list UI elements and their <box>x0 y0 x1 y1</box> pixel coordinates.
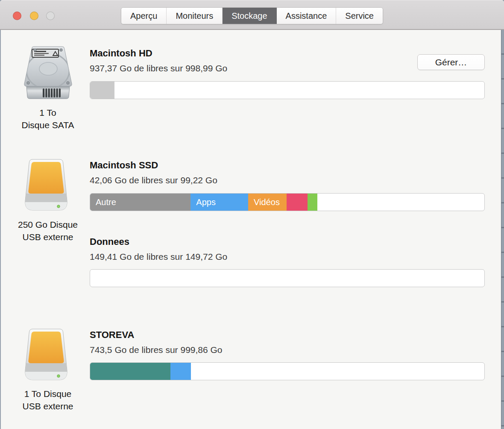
storage-usage-bar: AutreAppsVidéos <box>90 193 485 211</box>
caption-line: USB externe <box>5 231 91 243</box>
drive-free-space: 149,41 Go de libres sur 149,72 Go <box>90 252 227 262</box>
bar-segment <box>308 194 317 211</box>
tab-stockage[interactable]: Stockage <box>223 8 276 24</box>
drive-capacity-caption: 1 To Disque SATA <box>5 106 91 131</box>
caption-line: 1 To Disque <box>5 388 91 400</box>
drive-free-space: 937,37 Go de libres sur 998,99 Go <box>90 63 227 73</box>
about-this-mac-window: Aperçu Moniteurs Stockage Assistance Ser… <box>0 0 504 429</box>
bar-segment <box>170 363 191 380</box>
bar-segment-label: Autre <box>90 197 116 207</box>
drive-name: Macintosh SSD <box>90 160 158 171</box>
tab-bar: Aperçu Moniteurs Stockage Assistance Ser… <box>121 7 383 24</box>
tab-moniteurs[interactable]: Moniteurs <box>167 8 223 24</box>
manage-button[interactable]: Gérer… <box>417 54 485 70</box>
storage-usage-bar <box>90 362 485 380</box>
drive-free-space: 42,06 Go de libres sur 99,22 Go <box>90 175 217 185</box>
window-right-edge <box>501 30 504 429</box>
bar-segment <box>90 82 114 99</box>
window-left-edge <box>0 30 1 429</box>
drive-name: Macintosh HD <box>90 48 152 59</box>
zoom-button[interactable] <box>46 12 55 20</box>
tab-apercu[interactable]: Aperçu <box>121 8 167 24</box>
internal-hard-drive-icon <box>23 44 73 103</box>
drive-capacity-caption: 250 Go Disque USB externe <box>5 218 91 243</box>
drive-name: STOREVA <box>90 329 134 341</box>
bar-segment-label: Apps <box>190 197 216 207</box>
bar-segment-label: Vidéos <box>248 197 280 207</box>
drive-capacity-caption: 1 To Disque USB externe <box>5 388 91 412</box>
bar-segment-vidéos: Vidéos <box>248 194 287 211</box>
caption-line: 1 To <box>5 106 91 119</box>
drive-name: Donnees <box>90 236 129 247</box>
tab-service[interactable]: Service <box>336 8 383 24</box>
caption-line: USB externe <box>5 400 91 412</box>
external-usb-drive-icon <box>23 159 69 213</box>
close-button[interactable] <box>13 12 21 20</box>
bar-segment <box>90 363 170 380</box>
tab-assistance[interactable]: Assistance <box>277 8 337 24</box>
caption-line: 250 Go Disque <box>5 218 91 231</box>
external-usb-drive-icon <box>23 328 69 382</box>
minimize-button[interactable] <box>30 12 38 20</box>
storage-usage-bar <box>90 269 485 287</box>
bar-segment-apps: Apps <box>190 194 248 211</box>
titlebar: Aperçu Moniteurs Stockage Assistance Ser… <box>0 0 504 30</box>
bar-segment-autre: Autre <box>90 194 190 211</box>
storage-usage-bar <box>90 81 485 99</box>
drive-free-space: 743,5 Go de libres sur 999,86 Go <box>90 345 223 355</box>
caption-line: Disque SATA <box>5 119 91 131</box>
bar-segment <box>287 194 308 211</box>
